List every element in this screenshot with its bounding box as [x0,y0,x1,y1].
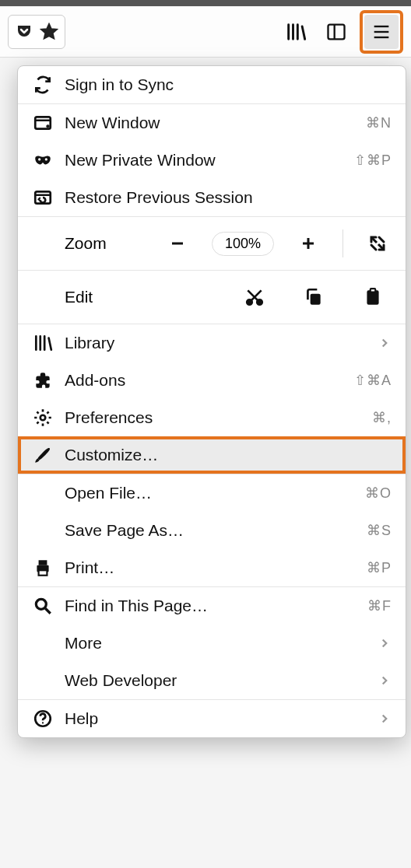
gear-icon [32,407,54,429]
zoom-label: Zoom [32,234,141,253]
svg-point-26 [42,722,44,723]
save-page-shortcut: ⌘S [367,522,392,539]
restore-session[interactable]: Restore Previous Session [18,179,406,216]
customize-label: Customize… [65,446,392,464]
help-label: Help [65,709,367,728]
fullscreen-button[interactable] [364,229,392,257]
star-icon[interactable] [40,23,58,41]
paste-button[interactable] [360,285,385,310]
svg-point-8 [45,158,47,160]
find-item[interactable]: Find in This Page… ⌘F [18,587,406,625]
copy-button[interactable] [301,285,326,310]
library-label: Library [65,334,367,352]
open-file-label: Open File… [65,484,354,502]
new-window-shortcut: ⌘N [366,114,392,131]
puzzle-icon [32,369,54,391]
divider [342,229,343,257]
svg-rect-21 [39,560,47,565]
web-developer-item[interactable]: Web Developer [18,662,406,699]
print-item[interactable]: Print… ⌘P [18,549,406,586]
chevron-right-icon [378,636,392,650]
new-window[interactable]: New Window ⌘N [18,104,406,142]
svg-line-24 [45,608,51,614]
addons-item[interactable]: Add-ons ⇧⌘A [18,362,406,399]
open-file-item[interactable]: Open File… ⌘O [18,474,406,512]
addons-shortcut: ⇧⌘A [354,372,392,389]
library-toolbar-button[interactable] [279,15,313,49]
zoom-in-button[interactable] [294,229,322,257]
new-private-shortcut: ⇧⌘P [354,152,392,169]
svg-rect-16 [311,294,321,305]
urlbar-page-actions [8,15,65,49]
edit-row: Edit [18,271,406,324]
help-icon [32,708,54,730]
svg-rect-18 [371,289,376,292]
find-shortcut: ⌘F [367,597,392,614]
search-icon [32,595,54,617]
sync-sign-in[interactable]: Sign in to Sync [18,66,406,103]
library-item[interactable]: Library [18,324,406,362]
hamburger-highlight [360,10,403,54]
mask-icon [32,149,54,171]
find-label: Find in This Page… [65,597,357,615]
cut-button[interactable] [242,285,267,310]
zoom-row: Zoom 100% [18,217,406,270]
brush-icon [32,444,54,466]
zoom-level[interactable]: 100% [212,232,274,256]
svg-point-19 [40,415,46,421]
printer-icon [32,557,54,579]
sync-label: Sign in to Sync [65,75,392,94]
edit-label: Edit [32,288,141,306]
pocket-icon[interactable] [15,23,33,41]
preferences-label: Preferences [65,408,361,427]
preferences-item[interactable]: Preferences ⌘, [18,399,406,436]
help-item[interactable]: Help [18,700,406,737]
zoom-out-button[interactable] [163,229,191,257]
more-label: More [65,634,367,653]
svg-rect-0 [328,24,345,39]
print-shortcut: ⌘P [367,559,392,576]
browser-toolbar [0,6,411,58]
library-icon [32,332,54,354]
print-label: Print… [65,558,356,577]
web-developer-label: Web Developer [65,671,367,690]
customize-item[interactable]: Customize… [18,436,406,474]
open-file-shortcut: ⌘O [365,485,392,502]
svg-point-23 [36,599,46,609]
chevron-right-icon [378,712,392,726]
new-window-label: New Window [65,114,355,132]
sync-icon [32,74,54,96]
window-icon [32,112,54,134]
save-page-label: Save Page As… [65,521,356,540]
restore-icon [32,187,54,208]
chevron-right-icon [378,674,392,688]
sidebar-toolbar-button[interactable] [319,15,353,49]
more-item[interactable]: More [18,625,406,662]
app-menu-button[interactable] [364,15,399,49]
addons-label: Add-ons [65,371,343,390]
restore-label: Restore Previous Session [65,188,392,207]
app-menu-panel: Sign in to Sync New Window ⌘N New Privat… [17,65,406,738]
save-page-item[interactable]: Save Page As… ⌘S [18,512,406,549]
new-private-window[interactable]: New Private Window ⇧⌘P [18,142,406,179]
new-private-label: New Private Window [65,151,343,170]
chevron-right-icon [378,336,392,350]
svg-point-7 [38,158,40,160]
svg-rect-22 [39,570,47,576]
preferences-shortcut: ⌘, [372,409,392,426]
